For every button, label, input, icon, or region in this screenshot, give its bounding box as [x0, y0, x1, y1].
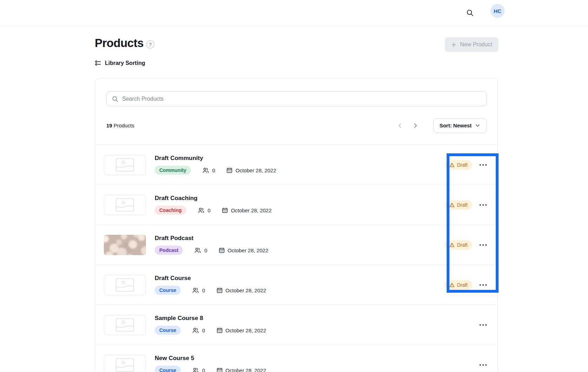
product-title[interactable]: Draft Community: [155, 155, 276, 162]
image-placeholder-icon: [116, 318, 134, 332]
product-meta: Coaching 0 October: [155, 206, 272, 215]
library-sorting-icon: [95, 60, 101, 66]
product-title[interactable]: New Course 5: [155, 355, 266, 362]
members-count: 0: [202, 167, 215, 174]
draft-badge: Draft: [445, 280, 472, 290]
calendar-icon: [216, 327, 223, 333]
products-count-label: Products: [114, 122, 134, 128]
library-sorting-link[interactable]: Library Sorting: [95, 60, 145, 66]
avatar-initials: HC: [494, 8, 501, 14]
warning-icon: [449, 162, 455, 168]
product-meta: Course 0 October 2: [155, 326, 266, 335]
product-title[interactable]: Sample Course 8: [155, 315, 266, 322]
page: HC Products ? Library Sorting New Produc…: [0, 0, 588, 372]
ellipsis-icon: [479, 244, 487, 246]
row-menu-button[interactable]: [477, 242, 489, 248]
warning-icon: [449, 242, 455, 248]
product-meta: Podcast 0 October: [155, 246, 268, 255]
product-thumbnail: [104, 315, 146, 335]
draft-label: Draft: [457, 202, 468, 208]
created-date: October 28, 2022: [226, 167, 276, 173]
category-badge: Community: [155, 166, 191, 175]
product-meta: Course 0 October 2: [155, 286, 266, 295]
row-menu-button[interactable]: [477, 162, 489, 168]
row-menu-button[interactable]: [477, 202, 489, 208]
created-date: October 28, 2022: [219, 247, 268, 253]
sort-dropdown[interactable]: Sort: Newest: [433, 118, 487, 133]
ellipsis-icon: [479, 364, 487, 366]
calendar-icon: [222, 207, 228, 213]
members-icon: [198, 207, 205, 214]
product-thumbnail: [104, 195, 146, 215]
product-meta: Community 0 Octobe: [155, 166, 276, 175]
created-date: October 28, 2022: [222, 207, 272, 213]
image-placeholder-icon: [116, 358, 134, 372]
search-input[interactable]: [106, 91, 487, 106]
products-panel: 19Products Sort: Newest: [95, 78, 498, 372]
row-menu-button[interactable]: [477, 362, 489, 368]
image-placeholder-icon: [116, 198, 134, 212]
category-badge: Podcast: [155, 246, 183, 255]
category-badge: Course: [155, 286, 181, 295]
image-placeholder-icon: [116, 158, 134, 172]
product-row[interactable]: Draft Community Community 0: [95, 145, 497, 185]
avatar[interactable]: HC: [490, 4, 505, 18]
date-value: October 28, 2022: [226, 327, 266, 333]
draft-label: Draft: [457, 242, 468, 248]
members-count: 0: [194, 247, 207, 254]
members-value: 0: [202, 367, 205, 372]
ellipsis-icon: [479, 204, 487, 206]
products-count-number: 19: [106, 122, 112, 128]
product-row[interactable]: Draft Coaching Coaching 0: [95, 185, 497, 225]
chevron-right-icon[interactable]: [409, 119, 422, 132]
product-thumbnail: [104, 235, 146, 255]
product-row[interactable]: Draft Podcast Podcast 0: [95, 225, 497, 265]
members-value: 0: [208, 207, 211, 213]
products-count: 19Products: [106, 122, 134, 128]
members-value: 0: [212, 167, 215, 173]
product-title[interactable]: Draft Podcast: [155, 235, 268, 242]
date-value: October 28, 2022: [226, 367, 266, 372]
top-bar: HC: [0, 0, 588, 26]
category-badge: Course: [155, 326, 181, 335]
image-placeholder-icon: [116, 278, 134, 292]
calendar-icon: [216, 367, 223, 372]
calendar-icon: [219, 247, 225, 253]
members-icon: [192, 367, 199, 372]
calendar-icon: [216, 287, 223, 293]
product-row[interactable]: Sample Course 8 Course 0: [95, 305, 497, 345]
product-title[interactable]: Draft Course: [155, 275, 266, 282]
members-value: 0: [202, 287, 205, 293]
chevron-left-icon[interactable]: [393, 119, 407, 132]
sort-label: Sort: Newest: [440, 122, 472, 128]
members-count: 0: [192, 367, 205, 372]
draft-badge: Draft: [445, 200, 472, 210]
draft-label: Draft: [457, 162, 468, 168]
members-count: 0: [198, 207, 211, 214]
row-actions: [477, 362, 489, 368]
members-icon: [202, 167, 209, 174]
pagination: [393, 119, 422, 132]
draft-badge: Draft: [445, 240, 472, 250]
search-icon[interactable]: [463, 6, 476, 19]
row-menu-button[interactable]: [477, 282, 489, 288]
members-value: 0: [204, 247, 207, 253]
row-menu-button[interactable]: [477, 322, 489, 328]
product-row[interactable]: Draft Course Course 0: [95, 265, 497, 305]
row-actions: Draft: [445, 200, 489, 210]
date-value: October 28, 2022: [231, 207, 272, 213]
ellipsis-icon: [479, 284, 487, 286]
product-row[interactable]: New Course 5 Course 0: [95, 345, 497, 372]
category-badge: Course: [155, 366, 181, 372]
product-thumbnail: [104, 355, 146, 372]
row-actions: Draft: [445, 280, 489, 290]
members-value: 0: [202, 327, 205, 333]
category-badge: Coaching: [155, 206, 186, 215]
library-sorting-label: Library Sorting: [105, 60, 145, 66]
page-title: Products: [95, 36, 143, 50]
new-product-label: New Product: [460, 41, 492, 48]
help-icon[interactable]: ?: [146, 40, 154, 48]
product-title[interactable]: Draft Coaching: [155, 195, 272, 202]
new-product-button[interactable]: New Product: [445, 37, 498, 52]
members-icon: [192, 287, 199, 294]
